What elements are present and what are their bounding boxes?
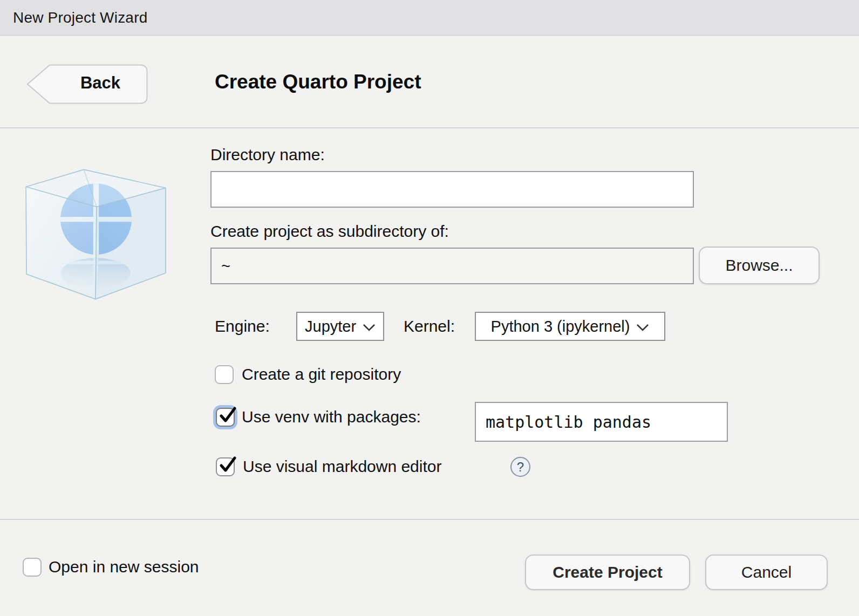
git-repository-label: Create a git repository xyxy=(242,365,401,384)
visual-editor-checkbox[interactable] xyxy=(216,457,235,476)
wizard-header: Back Create Quarto Project xyxy=(0,36,859,128)
engine-label: Engine: xyxy=(215,317,270,336)
back-button-label: Back xyxy=(57,63,144,103)
git-repository-checkbox[interactable] xyxy=(215,365,234,384)
browse-button[interactable]: Browse... xyxy=(699,247,820,284)
directory-name-label: Directory name: xyxy=(210,146,325,164)
engine-select[interactable]: Jupyter xyxy=(296,312,384,341)
question-mark-icon[interactable]: ? xyxy=(510,457,530,477)
venv-packages-input[interactable] xyxy=(475,402,728,442)
subdirectory-label: Create project as subdirectory of: xyxy=(210,222,449,241)
open-new-session-label: Open in new session xyxy=(49,558,199,576)
checkmark-icon xyxy=(218,455,237,474)
kernel-select[interactable]: Python 3 (ipykernel) xyxy=(475,312,665,341)
create-project-button[interactable]: Create Project xyxy=(525,555,690,590)
quarto-logo-icon xyxy=(25,168,167,301)
visual-editor-label: Use visual markdown editor xyxy=(243,457,441,476)
engine-selected-value: Jupyter xyxy=(305,318,356,336)
use-venv-label: Use venv with packages: xyxy=(242,408,421,426)
subdirectory-input[interactable] xyxy=(210,248,694,284)
window-titlebar: New Project Wizard xyxy=(0,0,859,36)
kernel-label: Kernel: xyxy=(404,317,455,336)
chevron-down-icon xyxy=(363,324,376,332)
cancel-button[interactable]: Cancel xyxy=(705,555,828,590)
page-title: Create Quarto Project xyxy=(215,36,421,127)
checkmark-icon xyxy=(218,405,237,425)
wizard-body: Directory name: Create project as subdir… xyxy=(0,129,859,519)
wizard-footer: Open in new session Create Project Cance… xyxy=(0,519,859,616)
chevron-down-icon xyxy=(636,324,649,332)
directory-name-input[interactable] xyxy=(210,171,694,208)
kernel-selected-value: Python 3 (ipykernel) xyxy=(491,318,630,336)
use-venv-checkbox[interactable] xyxy=(216,408,235,427)
window-title: New Project Wizard xyxy=(13,9,147,26)
open-new-session-checkbox[interactable] xyxy=(23,558,42,577)
new-project-wizard-dialog: New Project Wizard Back Create Quarto Pr… xyxy=(0,0,859,616)
back-button[interactable]: Back xyxy=(26,63,149,105)
